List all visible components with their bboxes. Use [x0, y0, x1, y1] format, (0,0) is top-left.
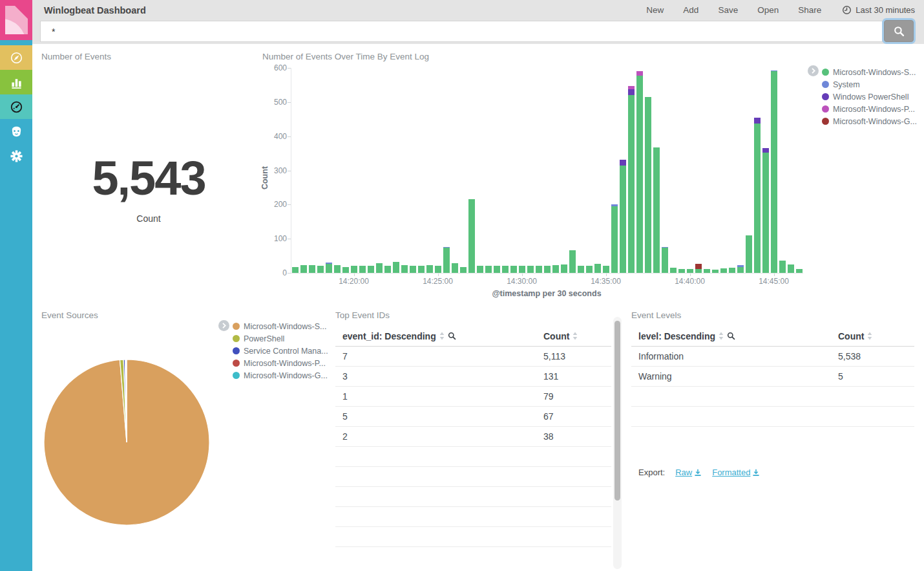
bar-17[interactable] — [435, 266, 441, 273]
legend-item[interactable]: Microsoft-Windows-P... — [233, 357, 328, 369]
column-header-count[interactable]: Count — [838, 326, 872, 346]
sort-icon[interactable] — [572, 332, 578, 340]
panel-title-number-of-events[interactable]: Number of Events — [41, 52, 111, 61]
bar-26[interactable] — [510, 266, 517, 273]
sidebar-item-settings[interactable] — [0, 144, 32, 168]
scrollbar-track[interactable] — [613, 317, 622, 569]
bar-56[interactable] — [762, 148, 769, 273]
search-button[interactable] — [884, 20, 914, 42]
bar-47[interactable] — [687, 269, 693, 273]
query-input[interactable] — [40, 21, 883, 42]
legend-item[interactable]: Microsoft-Windows-G... — [233, 369, 328, 382]
time-picker[interactable]: Last 30 minutes — [842, 5, 915, 15]
bar-3[interactable] — [317, 266, 324, 273]
bar-0[interactable] — [292, 267, 299, 274]
bar-27[interactable] — [519, 266, 525, 273]
bar-24[interactable] — [494, 266, 500, 273]
bar-40[interactable] — [628, 86, 635, 273]
bar-30[interactable] — [544, 266, 551, 273]
bar-54[interactable] — [746, 235, 752, 273]
add-button[interactable]: Add — [683, 5, 698, 15]
open-button[interactable]: Open — [757, 5, 779, 15]
bar-8[interactable] — [359, 266, 366, 273]
bar-5[interactable] — [334, 265, 341, 273]
bar-34[interactable] — [578, 266, 584, 273]
bar-37[interactable] — [603, 266, 609, 273]
sidebar-item-visualize[interactable] — [0, 70, 32, 94]
bar-29[interactable] — [536, 266, 542, 273]
bar-44[interactable] — [662, 247, 668, 273]
bar-22[interactable] — [477, 266, 483, 273]
sort-icon[interactable] — [439, 332, 445, 340]
bar-21[interactable] — [468, 199, 475, 273]
bar-12[interactable] — [393, 262, 399, 273]
bar-59[interactable] — [788, 264, 794, 273]
bar-48[interactable] — [695, 264, 702, 273]
legend-item[interactable]: Microsoft-Windows-S... — [233, 320, 328, 332]
bar-55[interactable] — [754, 118, 761, 273]
legend-toggle-icon[interactable] — [808, 65, 819, 76]
bar-51[interactable] — [720, 268, 727, 273]
sidebar-item-app[interactable] — [0, 119, 32, 144]
bar-31[interactable] — [552, 265, 559, 273]
sidebar-item-dashboard[interactable] — [0, 94, 32, 119]
bar-58[interactable] — [779, 261, 786, 273]
bar-28[interactable] — [527, 266, 534, 273]
legend-item[interactable]: Windows PowerShell — [822, 91, 917, 103]
bar-23[interactable] — [485, 266, 492, 273]
legend-item[interactable]: System — [822, 78, 917, 91]
bar-4[interactable] — [326, 263, 332, 273]
kibana-logo[interactable] — [0, 0, 32, 40]
bar-36[interactable] — [594, 264, 601, 273]
bar-25[interactable] — [502, 266, 509, 273]
legend-item[interactable]: Microsoft-Windows-P... — [822, 103, 917, 115]
bar-53[interactable] — [737, 265, 744, 273]
bar-35[interactable] — [586, 266, 593, 273]
bar-38[interactable] — [611, 204, 618, 273]
export-formatted-link[interactable]: Formatted — [712, 468, 760, 477]
bar-16[interactable] — [426, 265, 433, 273]
bar-50[interactable] — [712, 270, 719, 273]
column-header-event_id[interactable]: event_id: Descending — [342, 326, 456, 346]
export-raw-link[interactable]: Raw — [675, 468, 702, 477]
legend-item[interactable]: Microsoft-Windows-S... — [822, 66, 917, 78]
bar-7[interactable] — [351, 266, 357, 273]
bar-32[interactable] — [561, 264, 567, 273]
bar-14[interactable] — [410, 266, 416, 273]
bar-39[interactable] — [620, 160, 626, 273]
legend-toggle-icon[interactable] — [218, 320, 229, 331]
panel-title-event-levels[interactable]: Event Levels — [631, 310, 681, 320]
bar-15[interactable] — [418, 266, 425, 273]
panel-title-events-over-time[interactable]: Number of Events Over Time By Event Log — [262, 52, 429, 61]
bar-20[interactable] — [460, 267, 467, 274]
panel-title-top-event-ids[interactable]: Top Event IDs — [335, 310, 390, 320]
bar-19[interactable] — [452, 263, 458, 273]
bar-57[interactable] — [771, 70, 777, 273]
sort-icon[interactable] — [867, 332, 872, 340]
bar-41[interactable] — [636, 71, 643, 273]
bar-42[interactable] — [645, 97, 651, 273]
legend-item[interactable]: Service Control Mana... — [233, 345, 328, 357]
save-button[interactable]: Save — [718, 5, 738, 15]
bar-2[interactable] — [309, 265, 315, 273]
bar-49[interactable] — [704, 269, 710, 273]
share-button[interactable]: Share — [798, 5, 821, 15]
column-header-count[interactable]: Count — [543, 326, 578, 346]
sidebar-item-discover[interactable] — [0, 45, 32, 70]
legend-item[interactable]: Microsoft-Windows-G... — [822, 115, 917, 127]
bar-1[interactable] — [300, 265, 307, 273]
magnifier-icon[interactable] — [448, 332, 456, 340]
bar-13[interactable] — [401, 265, 408, 273]
new-button[interactable]: New — [646, 5, 664, 15]
magnifier-icon[interactable] — [727, 332, 735, 340]
bar-60[interactable] — [796, 269, 803, 273]
bar-9[interactable] — [368, 266, 374, 273]
bar-52[interactable] — [729, 268, 735, 273]
bar-43[interactable] — [653, 147, 660, 273]
legend-item[interactable]: PowerShell — [233, 332, 328, 345]
bar-11[interactable] — [384, 266, 391, 273]
bar-6[interactable] — [342, 267, 349, 274]
bar-33[interactable] — [569, 250, 576, 273]
panel-title-event-sources[interactable]: Event Sources — [41, 310, 98, 320]
bar-45[interactable] — [670, 268, 677, 273]
